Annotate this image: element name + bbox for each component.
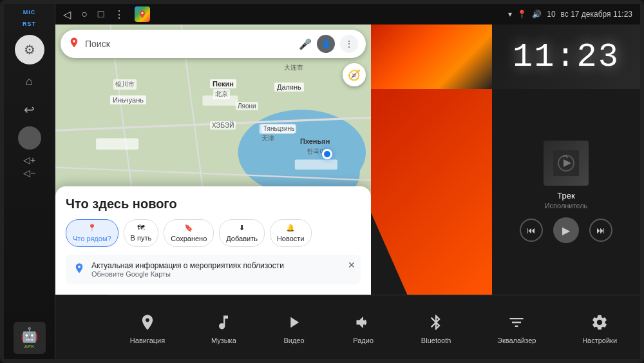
whats-new-title: Что здесь нового: [66, 197, 361, 211]
quick-action-add[interactable]: ⬇ Добавить: [219, 219, 265, 247]
nav-settings-icon: [588, 311, 611, 334]
city-beijing-cn: 北京: [213, 89, 230, 99]
nav-item-settings[interactable]: Настройки: [574, 306, 625, 349]
city-tianjin: Тяньцзинь: [261, 124, 296, 133]
city-tianjin2: 天津: [261, 134, 274, 143]
status-right: ▾ 📍 🔊 10 вс 17 декабря 11:23: [508, 10, 632, 19]
quick-action-saved[interactable]: 🔖 Сохранено: [164, 219, 214, 247]
media-controls: ⏮ ▶ ⏭: [520, 217, 612, 243]
home-nav-icon[interactable]: ○: [81, 8, 88, 20]
quick-action-route[interactable]: 🗺 В путь: [124, 219, 159, 247]
mic-label: MIC: [23, 9, 36, 15]
nav-radio-icon: [352, 311, 375, 334]
svg-point-13: [73, 39, 75, 42]
compass-button[interactable]: 🧭: [343, 63, 366, 86]
clock-widget: 11:23: [492, 25, 640, 89]
nav-bluetooth-label: Bluetooth: [421, 337, 451, 344]
route-icon: 🗺: [137, 224, 144, 231]
rst-label: RST: [23, 21, 36, 27]
info-card-main-text: Актуальная информация о мероприятиях поб…: [91, 261, 284, 270]
datetime-display: вс 17 декабря 11:23: [561, 10, 632, 19]
back-nav-icon[interactable]: ◁: [63, 8, 71, 21]
recents-nav-icon[interactable]: □: [98, 8, 104, 20]
city-yinchuan2: 银川市: [113, 79, 137, 90]
current-location-dot: [322, 149, 332, 159]
route-label: В путь: [131, 234, 152, 242]
main-screen: MIC RST ⚙ ⌂ ↩ ◁+ ◁− 🤖 APK ◁ ○ □ ⋮: [0, 0, 644, 363]
nav-item-radio[interactable]: Радио: [344, 306, 383, 349]
nav-icons: ◁ ○ □ ⋮: [63, 6, 508, 22]
svg-point-14: [78, 265, 80, 268]
back-button[interactable]: ↩: [18, 98, 41, 121]
svg-rect-11: [295, 160, 337, 170]
city-liaoning: Ляони: [236, 102, 258, 110]
wifi-icon: ▾: [508, 10, 512, 19]
quick-action-nearby[interactable]: 📍 Что рядом?: [66, 219, 118, 247]
nav-item-navigation[interactable]: Навигация: [122, 306, 173, 349]
maps-search-icon: [68, 37, 80, 52]
maps-app-icon[interactable]: [135, 6, 150, 22]
album-art: [544, 141, 589, 186]
nav-item-video[interactable]: Видео: [274, 306, 313, 349]
quick-action-news[interactable]: 🔔 Новости: [270, 219, 312, 247]
volume-icon: 🔊: [532, 10, 542, 19]
quick-actions-bar: 📍 Что рядом? 🗺 В путь 🔖 Сохранено ⬇ Доба…: [66, 219, 361, 247]
status-bar: ◁ ○ □ ⋮ ▾ 📍 🔊 10 вс 1: [55, 4, 640, 25]
decorative-top-area: [371, 25, 492, 89]
info-card-close-button[interactable]: ✕: [348, 260, 355, 270]
nav-equalizer-icon: [505, 311, 528, 334]
nearby-icon: 📍: [88, 224, 97, 232]
apk-label: APK: [24, 344, 34, 349]
info-card: Актуальная информация о мероприятиях поб…: [66, 255, 361, 284]
map-search-bar[interactable]: Поиск 🎤 👤 ⋮: [61, 30, 366, 58]
city-pyongyang: Пхеньян: [300, 137, 330, 145]
map-account-icon[interactable]: 👤: [317, 35, 335, 53]
nav-video-icon: [282, 311, 305, 334]
volume-up-button[interactable]: ◁+: [23, 155, 35, 165]
nav-item-equalizer[interactable]: Эквалайзер: [489, 306, 544, 349]
info-card-maps-icon: [73, 262, 85, 277]
media-player-widget: Трек Исполнитель ⏮ ▶ ⏭: [492, 89, 640, 295]
map-area[interactable]: Иньчуань 银川市 Пекин 北京 Далянь Ляони 大连市 Х…: [55, 25, 371, 295]
nav-item-bluetooth[interactable]: Bluetooth: [413, 306, 459, 349]
main-content: ◁ ○ □ ⋮ ▾ 📍 🔊 10 вс 1: [55, 4, 640, 359]
middle-decorative-area: [371, 89, 492, 295]
city-shenyang: 大连市: [284, 63, 303, 72]
menu-nav-icon[interactable]: ⋮: [114, 8, 124, 21]
info-card-content: Актуальная информация о мероприятиях поб…: [91, 261, 284, 278]
city-iinchuan: Иньчуань: [110, 95, 146, 104]
android-logo[interactable]: 🤖 APK: [14, 322, 46, 354]
nav-navigation-icon: [136, 311, 159, 334]
play-pause-button[interactable]: ▶: [553, 217, 579, 243]
location-icon: 📍: [517, 10, 527, 19]
nav-item-music[interactable]: Музыка: [204, 306, 244, 349]
prev-track-button[interactable]: ⏮: [520, 219, 543, 242]
nav-radio-label: Радио: [353, 337, 374, 344]
news-label: Новости: [277, 235, 305, 242]
map-mic-icon[interactable]: 🎤: [299, 38, 312, 50]
nav-music-label: Музыка: [211, 337, 236, 344]
bottom-navigation: Навигация Музыка Видео: [107, 295, 640, 359]
map-grid-icon[interactable]: ⋮: [340, 35, 358, 53]
settings-button[interactable]: ⚙: [15, 35, 44, 64]
add-icon: ⬇: [239, 224, 245, 232]
add-label: Добавить: [226, 235, 258, 242]
city-hebei: ХЭБЭЙ: [210, 121, 236, 130]
nearby-label: Что рядом?: [73, 235, 111, 242]
nav-equalizer-label: Эквалайзер: [497, 337, 536, 344]
artist-name: Исполнитель: [545, 202, 588, 210]
next-track-button[interactable]: ⏭: [589, 219, 612, 242]
left-sidebar: MIC RST ⚙ ⌂ ↩ ◁+ ◁− 🤖 APK: [4, 4, 55, 359]
nav-bluetooth-icon: [424, 311, 448, 334]
saved-label: Сохранено: [171, 235, 207, 242]
nav-settings-label: Настройки: [582, 337, 617, 344]
news-icon: 🔔: [286, 224, 295, 232]
home-button[interactable]: ⌂: [18, 70, 41, 93]
volume-knob[interactable]: [18, 126, 41, 150]
volume-down-button[interactable]: ◁−: [23, 168, 35, 178]
map-search-text[interactable]: Поиск: [85, 39, 294, 49]
volume-level: 10: [547, 10, 555, 19]
city-dalian: Далянь: [274, 83, 304, 92]
info-card-sub-text: Обновите Google Карты: [91, 270, 284, 278]
clock-time: 11:23: [513, 38, 620, 76]
